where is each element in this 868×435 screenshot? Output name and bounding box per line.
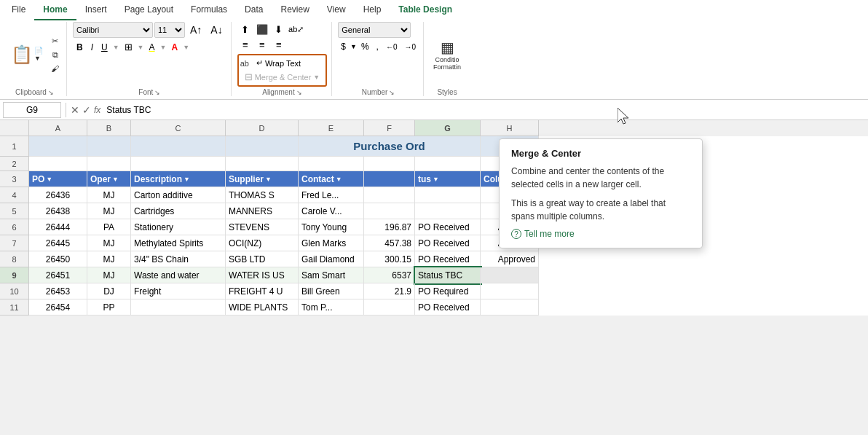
cell-E7[interactable]: Glen Marks [299,235,364,251]
cell-F4[interactable] [364,187,415,203]
tab-review[interactable]: Review [272,0,317,20]
cell-D2[interactable] [226,157,299,171]
cell-A10[interactable]: 26453 [29,283,87,299]
number-format-select[interactable]: General [338,22,411,38]
underline-button[interactable]: U [98,42,111,53]
copy-button[interactable]: ⧉ [48,49,62,61]
cell-D5[interactable]: MANNERS [226,203,299,219]
cell-F8[interactable]: 300.15 [364,251,415,267]
cell-C8[interactable]: 3/4" BS Chain [131,251,226,267]
col-header-G[interactable]: G [415,120,481,136]
row-num-10[interactable]: 10 [0,283,29,299]
orientation-button[interactable]: ab⤢ [288,22,304,36]
cell-E3[interactable]: Contact ▼ [299,171,364,187]
row-num-5[interactable]: 5 [0,203,29,219]
cell-D10[interactable]: FREIGHT 4 U [226,283,299,299]
tab-data[interactable]: Data [236,0,272,20]
cell-A8[interactable]: 26450 [29,251,87,267]
cell-B10[interactable]: DJ [87,283,131,299]
cell-E4[interactable]: Fred Le... [299,187,364,203]
fill-color-button[interactable]: A [146,42,159,53]
tab-file[interactable]: File [3,0,34,20]
align-middle-button[interactable]: ⬛ [254,22,270,36]
font-size-select[interactable]: 11 [154,22,185,38]
tooltip-link[interactable]: ? Tell me more [511,229,690,239]
dropdown-arrow-C3[interactable]: ▼ [184,176,190,183]
cell-A4[interactable]: 26436 [29,187,87,203]
cell-B3[interactable]: Oper ▼ [87,171,131,187]
cell-C5[interactable]: Cartridges [131,203,226,219]
cell-E8[interactable]: Gail Diamond [299,251,364,267]
cell-C6[interactable]: Stationery [131,219,226,235]
cell-A7[interactable]: 26445 [29,235,87,251]
cell-F3[interactable] [364,171,415,187]
cell-F7[interactable]: 457.38 [364,235,415,251]
cell-B8[interactable]: MJ [87,251,131,267]
decrease-decimal-button[interactable]: ←0 [383,42,401,52]
cell-G6[interactable]: PO Received [415,219,481,235]
cell-A1[interactable] [29,136,87,157]
cell-D7[interactable]: OCI(NZ) [226,235,299,251]
cell-A2[interactable] [29,157,87,171]
cell-G9[interactable]: Status TBC [415,267,481,283]
cell-E6[interactable]: Tony Young [299,219,364,235]
cell-B4[interactable]: MJ [87,187,131,203]
cell-D11[interactable]: WIDE PLANTS [226,299,299,316]
cell-D1[interactable] [226,136,299,157]
cell-C4[interactable]: Carton additive [131,187,226,203]
dropdown-arrow-G3[interactable]: ▼ [433,176,439,183]
row-num-8[interactable]: 8 [0,251,29,267]
cell-G7[interactable]: PO Received [415,235,481,251]
col-header-B[interactable]: B [87,120,131,136]
cell-G10[interactable]: PO Required [415,283,481,299]
bold-button[interactable]: B [73,42,87,53]
row-num-1[interactable]: 1 [0,136,29,157]
cell-B9[interactable]: MJ [87,267,131,283]
row-num-6[interactable]: 6 [0,219,29,235]
wrap-text-button[interactable]: ↵ Wrap Text [252,57,305,69]
cell-E5[interactable]: Carole V... [299,203,364,219]
tab-help[interactable]: Help [355,0,390,20]
select-all-corner[interactable] [0,120,29,136]
cell-C9[interactable]: Waste and water [131,267,226,283]
col-header-D[interactable]: D [226,120,299,136]
cell-D6[interactable]: STEVENS [226,219,299,235]
align-center-button[interactable]: ≡ [254,37,270,52]
cell-H8[interactable]: Approved [481,251,539,267]
align-right-button[interactable]: ≡ [271,37,287,52]
cell-B11[interactable]: PP [87,299,131,316]
cell-D3[interactable]: Supplier ▼ [226,171,299,187]
cell-F2[interactable] [364,157,415,171]
percent-button[interactable]: % [358,41,372,52]
cell-F5[interactable] [364,203,415,219]
border-button[interactable]: ⊞ [121,41,136,53]
tab-home[interactable]: Home [34,0,76,20]
paste-button[interactable]: 📋 📄 ▼ [7,42,47,67]
cell-D8[interactable]: SGB LTD [226,251,299,267]
dropdown-arrow-A3[interactable]: ▼ [46,176,52,183]
cell-F11[interactable] [364,299,415,316]
cell-C7[interactable]: Methylated Spirits [131,235,226,251]
cell-C1[interactable] [131,136,226,157]
row-num-7[interactable]: 7 [0,235,29,251]
alignment-expand-icon[interactable]: ↘ [296,89,302,96]
comma-button[interactable]: , [374,41,382,52]
cell-E9[interactable]: Sam Smart [299,267,364,283]
font-expand-icon[interactable]: ↘ [154,89,160,96]
tab-formulas[interactable]: Formulas [182,0,236,20]
col-header-E[interactable]: E [299,120,364,136]
number-expand-icon[interactable]: ↘ [389,89,395,96]
cancel-icon[interactable]: ✕ [71,104,79,116]
tab-table-design[interactable]: Table Design [390,0,461,20]
cell-A5[interactable]: 26438 [29,203,87,219]
cell-C3[interactable]: Description ▼ [131,171,226,187]
row-num-11[interactable]: 11 [0,299,29,316]
cell-C10[interactable]: Freight [131,283,226,299]
cell-A9[interactable]: 26451 [29,267,87,283]
row-num-2[interactable]: 2 [0,157,29,171]
dropdown-arrow-E3[interactable]: ▼ [336,176,342,183]
cell-B1[interactable] [87,136,131,157]
font-name-select[interactable]: Calibri [73,22,153,38]
conditional-formatting-button[interactable]: ▦ ConditioFormattin [430,36,465,73]
align-top-button[interactable]: ⬆ [237,22,253,36]
